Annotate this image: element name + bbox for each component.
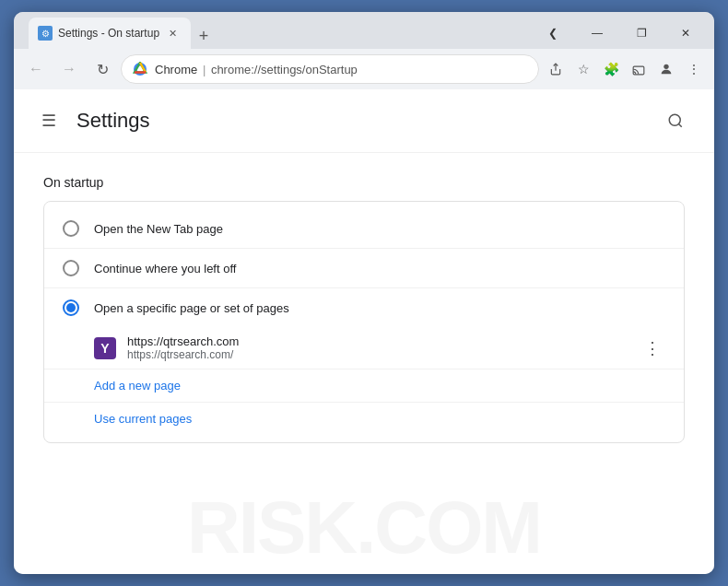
page-content: ☰ Settings On startup Open the New Tab p… (14, 89, 714, 574)
address-separator: | (203, 63, 209, 76)
radio-circle-newtab (63, 220, 79, 237)
address-brand: Chrome (155, 63, 197, 76)
page-info: https://qtrsearch.com https://qtrsearch.… (127, 334, 628, 361)
page-favicon: Y (94, 337, 116, 359)
more-options-button[interactable]: ⋮ (681, 56, 707, 82)
radio-option-continue[interactable]: Continue where you left off (44, 249, 684, 287)
maximize-button[interactable]: ❐ (620, 19, 663, 47)
close-button[interactable]: ✕ (664, 19, 707, 47)
refresh-button[interactable]: ↻ (88, 54, 117, 84)
radio-option-specific[interactable]: Open a specific page or set of pages (44, 288, 684, 327)
settings-header: ☰ Settings (14, 89, 714, 153)
new-tab-button[interactable]: + (191, 23, 217, 49)
page-entry: Y https://qtrsearch.com https://qtrsearc… (44, 327, 684, 369)
page-title: Settings (76, 109, 150, 133)
page-more-button[interactable]: ⋮ (640, 335, 665, 361)
watermark: RISK.COM (14, 482, 714, 574)
radio-label-specific: Open a specific page or set of pages (94, 301, 289, 315)
radio-label-continue: Continue where you left off (94, 262, 236, 275)
navigation-bar: ← → ↻ Chrome | chrome://settings/onStart… (14, 49, 714, 89)
share-button[interactable] (543, 56, 569, 82)
address-bar[interactable]: Chrome | chrome://settings/onStartup (121, 54, 539, 84)
radio-circle-continue (63, 260, 79, 276)
profile-button[interactable] (653, 56, 679, 82)
chevron-down-button[interactable]: ❮ (532, 19, 574, 47)
page-url-sub: https://qtrsearch.com/ (127, 348, 628, 361)
use-current-pages-button[interactable]: Use current pages (44, 403, 210, 435)
cast-button[interactable] (626, 56, 652, 82)
page-url-main: https://qtrsearch.com (127, 334, 628, 348)
chrome-logo-icon (133, 62, 147, 76)
svg-point-5 (669, 114, 680, 125)
tab-title: Settings - On startup (58, 27, 159, 40)
tab-bar: ⚙ Settings - On startup ✕ + (21, 18, 528, 49)
browser-window: ⚙ Settings - On startup ✕ + ❮ — ❐ ✕ ← → … (14, 12, 714, 574)
add-new-page-button[interactable]: Add a new page (44, 369, 199, 402)
address-text: Chrome | chrome://settings/onStartup (155, 63, 527, 76)
radio-circle-specific (63, 299, 79, 316)
minimize-button[interactable]: — (576, 19, 618, 47)
forward-button[interactable]: → (54, 54, 84, 84)
back-button[interactable]: ← (21, 54, 51, 84)
settings-body: On startup Open the New Tab page Continu… (14, 153, 714, 465)
options-card: Open the New Tab page Continue where you… (43, 201, 685, 443)
svg-point-4 (663, 64, 668, 69)
radio-option-newtab[interactable]: Open the New Tab page (44, 209, 684, 248)
bookmark-button[interactable]: ☆ (570, 56, 596, 82)
settings-search-button[interactable] (659, 104, 692, 137)
svg-line-6 (678, 123, 681, 126)
section-title: On startup (43, 175, 685, 190)
tab-close-button[interactable]: ✕ (165, 26, 180, 41)
settings-title-area: ☰ Settings (36, 108, 150, 134)
window-controls: ❮ — ❐ ✕ (532, 19, 707, 47)
radio-label-newtab: Open the New Tab page (94, 222, 223, 236)
extensions-button[interactable]: 🧩 (598, 56, 624, 82)
address-path: chrome://settings/onStartup (211, 63, 358, 76)
active-tab[interactable]: ⚙ Settings - On startup ✕ (29, 18, 191, 49)
hamburger-menu-button[interactable]: ☰ (36, 108, 62, 134)
nav-actions: ☆ 🧩 ⋮ (543, 56, 707, 82)
title-bar: ⚙ Settings - On startup ✕ + ❮ — ❐ ✕ (14, 12, 714, 49)
tab-favicon: ⚙ (38, 26, 53, 41)
